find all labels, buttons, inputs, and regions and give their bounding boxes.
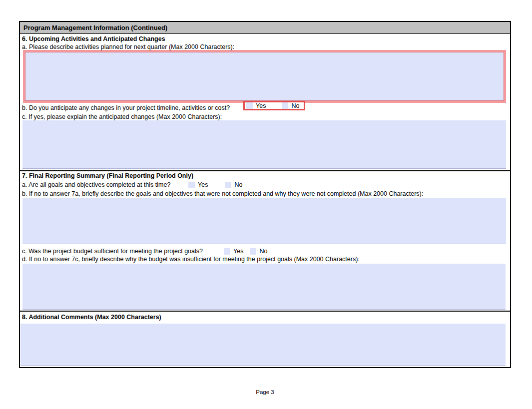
q7d-textarea[interactable] [22,264,506,310]
form-section-header: Program Management Information (Continue… [20,22,510,34]
q7b-textarea[interactable] [22,198,506,244]
q7a-yes-label: Yes [198,181,208,188]
q7c-label: c. Was the project budget sufficient for… [22,248,224,255]
q7c-no-label: No [259,248,267,255]
q7a-no-checkbox[interactable] [225,182,231,188]
q7a-yes-checkbox[interactable] [188,182,195,188]
q7c-no-checkbox[interactable] [250,248,256,255]
q7b-label: b. If no to answer 7a, briefly describe … [22,190,510,197]
q6b-yes-label: Yes [256,101,266,111]
section6-heading: 6. Upcoming Activities and Anticipated C… [22,35,510,42]
section-divider [20,311,510,312]
q7d-label: d. If no to answer 7c, briefly describe … [22,256,510,263]
q7a-no-label: No [234,181,242,188]
q6b-label: b. Do you anticipate any changes in your… [22,104,230,111]
section7-heading: 7. Final Reporting Summary (Final Report… [22,172,510,179]
program-management-form: Program Management Information (Continue… [19,21,511,368]
q6b-highlight-box: Yes No [243,101,305,110]
q7c-yes-checkbox[interactable] [224,248,230,255]
q6c-textarea[interactable] [22,120,506,169]
page-number: Page 3 [19,389,511,396]
q6a-textarea[interactable] [25,52,504,101]
q6a-highlight-box [23,50,506,103]
q6b-yes-checkbox[interactable] [246,102,253,109]
q8-textarea[interactable] [20,324,506,366]
section8-heading: 8. Additional Comments (Max 2000 Charact… [22,314,510,321]
q6c-label: c. If yes, please explain the anticipate… [22,113,510,120]
q7c-yes-label: Yes [233,248,243,255]
q6a-label: a. Please describe activities planned fo… [22,43,510,50]
section-divider [20,170,510,171]
q7a-label: a. Are all goals and objectives complete… [22,181,188,188]
q6b-no-checkbox[interactable] [282,102,288,109]
q6b-no-label: No [291,101,299,111]
